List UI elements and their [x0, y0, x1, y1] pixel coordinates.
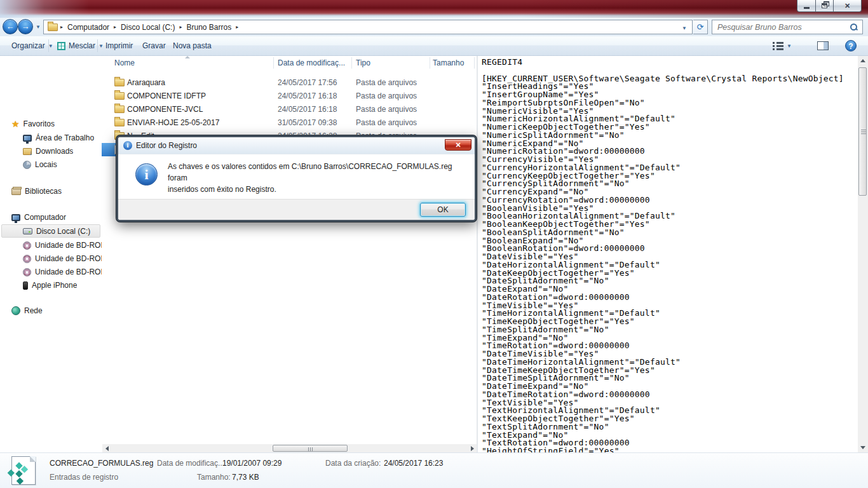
- sidebar-item-downloads[interactable]: Downloads: [0, 145, 102, 158]
- details-created-value: 24/05/2017 16:23: [384, 459, 443, 468]
- burn-button[interactable]: Gravar: [137, 36, 171, 55]
- file-row-araraquara[interactable]: Araraquara 24/05/2017 17:56 Pasta de arq…: [102, 76, 475, 90]
- dialog-message-line2: inseridos com êxito no Registro.: [168, 184, 466, 195]
- close-icon: ✕: [844, 3, 850, 10]
- explorer-window: ✕ ← → ▼ ▸ Computador ▸ Disco Local (C:) …: [0, 0, 868, 488]
- dialog-close-button[interactable]: ✕: [445, 139, 471, 151]
- sidebar-item-disco-local-c[interactable]: Disco Local (C:): [0, 225, 102, 238]
- arrow-right-icon: [471, 446, 474, 451]
- new-folder-label: Nova pasta: [173, 41, 212, 50]
- views-icon: [773, 41, 783, 50]
- sidebar-item-rede[interactable]: Rede: [0, 304, 102, 317]
- sidebar-item-bd-rom-2[interactable]: Unidade de BD-ROM: [0, 252, 102, 265]
- column-header-nome[interactable]: Nome: [114, 58, 135, 67]
- details-filename: CORRECAO_FORMULAS.reg: [50, 459, 153, 468]
- file-list: Nome Data de modificaç... Tipo Tamanho A…: [102, 56, 477, 452]
- downloads-icon: [23, 148, 32, 155]
- details-created-label: Data da criação:: [325, 459, 381, 468]
- folder-icon: [114, 79, 125, 86]
- horizontal-scrollbar[interactable]: [102, 444, 477, 452]
- address-dropdown-icon[interactable]: ▼: [682, 25, 687, 31]
- column-header-data[interactable]: Data de modificaç...: [278, 58, 345, 67]
- restore-icon: [822, 3, 827, 8]
- dialog-title: Editor do Registro: [136, 141, 197, 150]
- disc-drive-icon: [23, 255, 31, 263]
- print-label: Imprimir: [105, 41, 133, 50]
- disc-drive-icon: [23, 268, 31, 276]
- toolbar-divider: [97, 39, 98, 52]
- new-folder-button[interactable]: Nova pasta: [168, 36, 217, 55]
- sidebar-item-bd-rom-1[interactable]: Unidade de BD-ROM: [0, 239, 102, 252]
- preview-pane[interactable]: REGEDIT4 [HKEY_CURRENT_USER\Software\Sea…: [478, 56, 858, 452]
- search-icon[interactable]: [850, 24, 857, 30]
- sidebar-item-bibliotecas[interactable]: Bibliotecas: [0, 185, 102, 198]
- file-row-componente-idftp[interactable]: COMPONENTE IDFTP 24/05/2017 16:18 Pasta …: [102, 90, 475, 103]
- scroll-left-button[interactable]: [102, 444, 111, 452]
- refresh-button[interactable]: ⟳: [693, 20, 708, 34]
- dialog-footer: OK: [118, 199, 475, 220]
- arrow-left-icon: [105, 446, 109, 451]
- phone-icon: [23, 281, 28, 290]
- vertical-scroll-thumb[interactable]: [858, 67, 867, 196]
- address-bar-row: ← → ▼ ▸ Computador ▸ Disco Local (C:) ▸ …: [0, 18, 868, 36]
- search-input[interactable]: [712, 23, 839, 32]
- back-button[interactable]: ←: [3, 19, 18, 34]
- file-row-enviar-hoje[interactable]: ENVIAR-HOJE 25-05-2017 31/05/2017 09:38 …: [102, 116, 475, 130]
- breadcrumb-bruno-barros[interactable]: Bruno Barros: [182, 23, 236, 32]
- dialog-message-line1: As chaves e os valores contidos em C:\Br…: [168, 161, 466, 184]
- title-bar: ✕: [0, 0, 868, 18]
- print-button[interactable]: Imprimir: [100, 36, 138, 55]
- sidebar-item-locais[interactable]: Locais: [0, 158, 102, 171]
- help-button[interactable]: ?: [840, 36, 862, 55]
- toolbar-divider: [48, 39, 49, 52]
- folder-icon: [114, 119, 125, 126]
- sidebar-item-area-de-trabalho[interactable]: Área de Trabalho: [0, 132, 102, 144]
- breadcrumb-chevron-icon[interactable]: ▸: [236, 24, 238, 30]
- burn-label: Gravar: [142, 41, 166, 50]
- hard-drive-icon: [23, 228, 32, 234]
- desktop-icon: [23, 135, 32, 142]
- organize-button[interactable]: Organizar▼: [6, 36, 58, 55]
- registry-editor-dialog: i Editor do Registro ✕ i As chaves e os …: [116, 135, 477, 222]
- command-bar: Organizar▼ Mesclar▼ Imprimir Gravar Nova…: [0, 36, 868, 56]
- change-view-button[interactable]: ▼: [768, 36, 797, 55]
- scroll-down-button[interactable]: [858, 443, 868, 452]
- network-icon: [11, 306, 20, 315]
- folder-icon: [114, 92, 125, 100]
- column-header-tamanho[interactable]: Tamanho: [433, 58, 464, 67]
- info-icon: i: [123, 141, 132, 150]
- preview-pane-toggle[interactable]: [812, 36, 834, 55]
- details-modified-value: 19/01/2007 09:29: [222, 459, 281, 468]
- chevron-down-icon: ▼: [787, 43, 792, 49]
- computer-icon: [11, 214, 20, 221]
- dialog-title-bar[interactable]: i Editor do Registro ✕: [118, 137, 475, 154]
- address-field[interactable]: ▸ Computador ▸ Disco Local (C:) ▸ Bruno …: [43, 20, 693, 34]
- ok-button[interactable]: OK: [420, 203, 466, 217]
- arrow-up-icon: [860, 59, 865, 62]
- details-size-value: 7,73 KB: [232, 473, 259, 482]
- nav-history-chevron-icon[interactable]: ▼: [36, 24, 41, 30]
- star-icon: ★: [11, 119, 20, 128]
- column-header-tipo[interactable]: Tipo: [356, 58, 370, 67]
- scroll-up-button[interactable]: [858, 56, 868, 65]
- scroll-right-button[interactable]: [468, 444, 477, 452]
- sidebar-item-apple-iphone[interactable]: Apple iPhone: [0, 279, 102, 292]
- sidebar-item-favoritos[interactable]: ★Favoritos: [0, 118, 102, 130]
- file-row-componente-jvcl[interactable]: COMPONENTE-JVCL 24/05/2017 16:18 Pasta d…: [102, 103, 475, 116]
- forward-button[interactable]: →: [18, 19, 33, 34]
- sidebar-item-bd-rom-3[interactable]: Unidade de BD-ROM: [0, 266, 102, 278]
- minimize-button[interactable]: [797, 0, 815, 12]
- information-icon: i: [135, 163, 158, 186]
- restore-button[interactable]: [815, 0, 833, 12]
- organize-label: Organizar: [11, 41, 45, 50]
- horizontal-scroll-thumb[interactable]: [273, 445, 348, 452]
- sidebar-item-computador[interactable]: Computador: [0, 211, 102, 224]
- vertical-scrollbar[interactable]: [858, 56, 868, 452]
- breadcrumb-computador[interactable]: Computador: [63, 23, 114, 32]
- close-button[interactable]: ✕: [833, 0, 862, 12]
- dialog-body: i As chaves e os valores contidos em C:\…: [118, 154, 475, 199]
- breadcrumb-disco-local[interactable]: Disco Local (C:): [116, 23, 179, 32]
- details-modified-label: Data de modificaç...: [157, 459, 224, 468]
- navigation-pane: ★Favoritos Área de Trabalho Downloads Lo…: [0, 56, 102, 452]
- registry-file-content: REGEDIT4 [HKEY_CURRENT_USER\Software\Sea…: [482, 58, 844, 452]
